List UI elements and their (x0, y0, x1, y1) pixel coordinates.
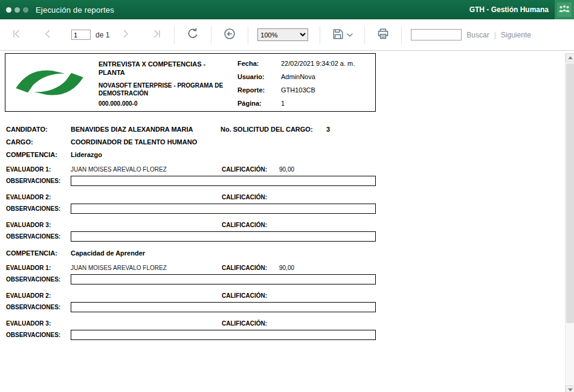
refresh-icon (186, 27, 199, 42)
previous-page-button[interactable] (40, 26, 56, 43)
evaluador-label: EVALUADOR 3: (6, 222, 71, 228)
report-title: ENTREVISTA X COMPETENCIAS - PLANTA (98, 60, 229, 77)
app-window: Ejecución de reportes GTH - Gestión Huma… (0, 0, 574, 392)
observaciones-label: OBSERVACIONES: (6, 330, 71, 338)
observaciones-label: OBSERVACIONES: (6, 274, 71, 283)
competencia-value: Liderazgo (71, 151, 376, 158)
app-badge: GTH - Gestión Humana (469, 5, 549, 14)
first-page-button[interactable] (8, 26, 24, 43)
competencia-row: COMPETENCIA: Capacidad de Aprender (6, 249, 376, 257)
toolbar-separator (320, 26, 320, 44)
buscar-link[interactable]: Buscar (466, 31, 489, 39)
zoom-select[interactable]: 100% (257, 28, 308, 41)
toolbar-separator (211, 26, 211, 44)
titlebar-right: GTH - Gestión Humana (469, 0, 574, 19)
search-input[interactable] (411, 29, 462, 40)
vertical-scrollbar[interactable] (565, 53, 574, 392)
refresh-button[interactable] (184, 25, 202, 45)
report-subtitle: NOVASOFT ENTERPRISE - PROGRAMA DE DEMOST… (98, 82, 229, 97)
report-page: ENTREVISTA X COMPETENCIAS - PLANTA NOVAS… (5, 53, 376, 351)
calificacion-label: CALIFICACIÓN: (222, 292, 279, 299)
observaciones-box (71, 176, 376, 186)
back-button[interactable] (221, 25, 239, 45)
scrollbar-up-button[interactable] (566, 53, 574, 62)
calificacion-label: CALIFICACIÓN: (222, 320, 279, 327)
competencia-label: COMPETENCIA: (6, 249, 71, 257)
evaluador-label: EVALUADOR 1: (6, 166, 71, 173)
cargo-value: COORDINADOR DE TALENTO HUMANO (71, 138, 376, 146)
observaciones-row: OBSERVACIONES: (6, 204, 376, 214)
observaciones-row: OBSERVACIONES: (6, 274, 376, 284)
window-title: Ejecución de reportes (36, 5, 114, 14)
observaciones-box (71, 330, 376, 340)
evaluador-row: EVALUADOR 3: CALIFICACIÓN: (6, 222, 376, 228)
report-toolbar: de 1 100% (0, 19, 574, 51)
evaluador-name: JUAN MOISES AREVALO FLOREZ (71, 166, 222, 173)
candidato-label: CANDIDATO: (6, 126, 71, 133)
calificacion-label: CALIFICACIÓN: (222, 265, 279, 271)
toolbar-separator (248, 26, 248, 44)
report-viewer: ENTREVISTA X COMPETENCIAS - PLANTA NOVAS… (0, 53, 574, 392)
save-icon (332, 28, 344, 42)
toolbar-separator (174, 26, 175, 44)
usuario-value: AdminNova (281, 73, 370, 80)
calificacion-label: CALIFICACIÓN: (222, 222, 279, 228)
observaciones-box (71, 231, 376, 242)
pagina-value: 1 (281, 100, 370, 107)
novasoft-logo (10, 58, 96, 107)
report-title-block: ENTREVISTA X COMPETENCIAS - PLANTA NOVAS… (96, 58, 229, 107)
candidato-row: CANDIDATO: BENAVIDES DIAZ ALEXANDRA MARI… (6, 126, 376, 133)
evaluador-row: EVALUADOR 2: CALIFICACIÓN: (6, 292, 376, 299)
next-page-button[interactable] (118, 26, 134, 43)
calificacion-value: 90,00 (279, 166, 376, 173)
evaluador-name: JUAN MOISES AREVALO FLOREZ (71, 265, 222, 271)
chevron-down-icon (347, 30, 353, 39)
toolbar-separator (364, 26, 365, 44)
print-button[interactable] (374, 25, 392, 45)
calificacion-label: CALIFICACIÓN: (222, 166, 279, 173)
report-body: CANDIDATO: BENAVIDES DIAZ ALEXANDRA MARI… (5, 126, 376, 340)
candidato-value: BENAVIDES DIAZ ALEXANDRA MARIA (71, 126, 221, 133)
search-divider: | (494, 31, 496, 39)
evaluador-row: EVALUADOR 1: JUAN MOISES AREVALO FLOREZ … (6, 166, 376, 173)
last-page-icon (152, 28, 163, 41)
observaciones-label: OBSERVACIONES: (6, 204, 71, 212)
competencia-row: COMPETENCIA: Liderazgo (6, 151, 376, 158)
observaciones-box (71, 274, 376, 284)
calificacion-value: 90,00 (279, 265, 376, 271)
window-dot-2[interactable] (15, 7, 20, 13)
cargo-row: CARGO: COORDINADOR DE TALENTO HUMANO (6, 138, 376, 146)
evaluador-row: EVALUADOR 2: CALIFICACIÓN: (6, 194, 376, 201)
evaluador-label: EVALUADOR 2: (6, 292, 71, 299)
evaluador-row: EVALUADOR 1: JUAN MOISES AREVALO FLOREZ … (6, 265, 376, 271)
scrollbar-down-button[interactable] (566, 385, 574, 392)
evaluador-label: EVALUADOR 3: (6, 320, 71, 327)
next-page-icon (120, 28, 131, 41)
window-controls (6, 7, 28, 13)
page-number-input[interactable] (71, 30, 91, 40)
print-icon (376, 27, 390, 42)
siguiente-link[interactable]: Siguiente (501, 31, 531, 39)
last-page-button[interactable] (149, 26, 165, 43)
pagina-label: Página: (237, 100, 281, 107)
save-export-button[interactable] (329, 25, 355, 44)
competencia-label: COMPETENCIA: (6, 151, 71, 158)
scrollbar-thumb[interactable] (566, 63, 574, 323)
evaluador-row: EVALUADOR 3: CALIFICACIÓN: (6, 320, 376, 327)
observaciones-row: OBSERVACIONES: (6, 302, 376, 312)
back-arrow-icon (223, 27, 236, 42)
page-of-label: de 1 (95, 31, 109, 39)
titlebar: Ejecución de reportes GTH - Gestión Huma… (0, 0, 574, 19)
window-dot-3[interactable] (23, 7, 28, 13)
previous-page-icon (42, 28, 53, 41)
observaciones-row: OBSERVACIONES: (6, 330, 376, 340)
reporte-value: GTH103CB (281, 86, 370, 94)
observaciones-label: OBSERVACIONES: (6, 302, 71, 310)
observaciones-label: OBSERVACIONES: (6, 176, 71, 184)
toolbar-separator (401, 26, 402, 44)
window-dot-1[interactable] (6, 7, 11, 13)
usuario-label: Usuario: (237, 73, 281, 80)
evaluador-label: EVALUADOR 2: (6, 194, 71, 201)
company-nit: 000.000.000-0 (98, 100, 229, 107)
calificacion-label: CALIFICACIÓN: (222, 194, 279, 201)
